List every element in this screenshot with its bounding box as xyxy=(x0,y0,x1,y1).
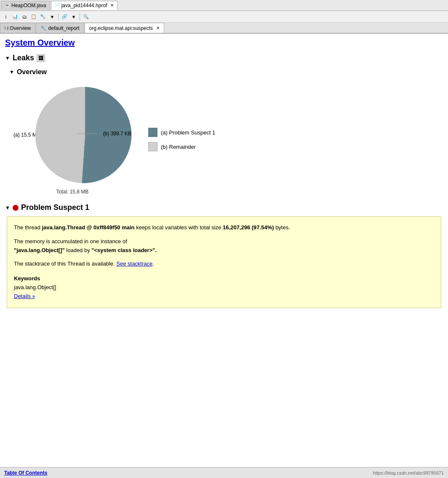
leaks-image-icon: 🖼 xyxy=(37,54,45,62)
toolbar-separator-1 xyxy=(58,13,59,20)
legend-item-b: (b) Remainder xyxy=(148,142,215,151)
legend-item-a: (a) Problem Suspect 1 xyxy=(148,128,215,137)
tab-suspects-label: org.eclipse.mat.api:suspects xyxy=(89,25,153,31)
suspect-paragraph-2: The memory is accumulated in one instanc… xyxy=(14,237,434,255)
pie-chart-wrap: (a) 15.5 MB (b) 399.7 KB xyxy=(13,84,131,195)
suspect-p1-end: bytes. xyxy=(274,224,290,231)
tab-hprof-label: java_pid14444.hprof xyxy=(61,3,107,8)
pie-line-b xyxy=(77,131,102,136)
file-tab-bar: ☕ HeapOOM.java 📄 java_pid14444.hprof ✕ xyxy=(0,0,448,11)
legend-swatch-a xyxy=(148,128,157,137)
suspect-p1-bold: java.lang.Thread @ 0xff849f50 main xyxy=(42,224,135,231)
dropdown2-button[interactable]: ▼ xyxy=(69,13,78,21)
legend-label-a: (a) Problem Suspect 1 xyxy=(161,129,215,136)
close-suspects-icon[interactable]: ✕ xyxy=(156,26,160,30)
tab-hprof[interactable]: 📄 java_pid14444.hprof ✕ xyxy=(51,1,118,10)
search-button[interactable]: 🔍 xyxy=(82,13,90,21)
keyword-1: java.lang.Object[] xyxy=(14,283,434,292)
tab-heapoom[interactable]: ☕ HeapOOM.java xyxy=(1,1,50,10)
suspect-error-icon xyxy=(13,205,19,211)
toolbar-separator-2 xyxy=(80,13,80,20)
main-toolbar: i 📊 🗂 📋 🔧 ▼ 🔗 ▼ 🔍 xyxy=(0,11,448,23)
suspect-label: Problem Suspect 1 xyxy=(21,203,89,212)
suspect-paragraph-1: The thread java.lang.Thread @ 0xff849f50… xyxy=(14,223,434,232)
suspect-p3-post: "<system class loader>". xyxy=(91,247,157,253)
tab-overview-label: i Overview xyxy=(7,25,31,31)
leaks-label: Leaks xyxy=(13,54,34,62)
leaks-section-header: ▼ Leaks 🖼 xyxy=(5,54,443,62)
suspect-p2: The memory is accumulated in one instanc… xyxy=(14,238,127,244)
legend-label-b: (b) Remainder xyxy=(161,144,196,150)
details-link[interactable]: Details » xyxy=(14,293,35,299)
close-hprof-icon[interactable]: ✕ xyxy=(110,3,114,8)
suspect-p1-pre: The thread xyxy=(14,224,42,231)
editor-tab-bar: i i Overview 🔧 default_report org.eclips… xyxy=(0,23,448,34)
chart-area: (a) 15.5 MB (b) 399.7 KB xyxy=(13,84,443,195)
chart-button[interactable]: 📊 xyxy=(11,13,19,21)
suspect-p3-pre: "java.lang.Object[]" xyxy=(14,247,65,253)
tab-overview[interactable]: i i Overview xyxy=(0,23,35,33)
overview-section-header: ▼ Overview xyxy=(9,68,443,76)
pie-label-b: (b) 399.7 KB xyxy=(77,131,131,137)
overview-label: Overview xyxy=(17,68,47,76)
suspect-box: The thread java.lang.Thread @ 0xff849f50… xyxy=(7,216,441,308)
pie-container: (a) 15.5 MB (b) 399.7 KB xyxy=(13,84,131,185)
keywords-section: Keywords java.lang.Object[] Details » xyxy=(14,274,434,301)
tab-heapoom-label: HeapOOM.java xyxy=(11,3,46,8)
hprof-icon: 📄 xyxy=(55,3,60,8)
leaks-collapse-icon[interactable]: ▼ xyxy=(5,55,10,61)
keywords-title: Keywords xyxy=(14,274,434,283)
legend-swatch-b xyxy=(148,142,157,151)
link-button[interactable]: 🔗 xyxy=(60,13,69,21)
tab-default-report-label: 🔧 default_report xyxy=(40,25,79,31)
chart-legend: (a) Problem Suspect 1 (b) Remainder xyxy=(148,128,215,151)
see-stacktrace-link[interactable]: See stacktrace xyxy=(116,260,152,267)
page-title[interactable]: System Overview xyxy=(5,38,443,48)
overview-icon: i xyxy=(5,26,5,30)
main-content: System Overview ▼ Leaks 🖼 ▼ Overview (a)… xyxy=(0,34,448,413)
suspect-p4-end: . xyxy=(152,260,154,267)
settings-button[interactable]: 🔧 xyxy=(39,13,47,21)
suspect-p3-mid: loaded by xyxy=(65,247,92,253)
dropdown1-button[interactable]: ▼ xyxy=(48,13,56,21)
problem-suspect-header: ▼ Problem Suspect 1 xyxy=(5,203,443,212)
suspect-p1-size: 16,207,296 (97.54%) xyxy=(223,224,274,231)
overview-collapse-icon[interactable]: ▼ xyxy=(9,69,14,75)
table-button[interactable]: 📋 xyxy=(29,13,38,21)
pie-total-label: Total: 15.8 MB xyxy=(56,189,89,195)
tab-suspects[interactable]: org.eclipse.mat.api:suspects ✕ xyxy=(85,23,164,33)
copy-button[interactable]: 🗂 xyxy=(20,13,29,21)
tab-default-report[interactable]: 🔧 default_report xyxy=(36,23,84,33)
suspect-paragraph-4: The stacktrace of this Thread is availab… xyxy=(14,260,434,269)
info-button[interactable]: i xyxy=(2,13,10,21)
suspect-p4-pre: The stacktrace of this Thread is availab… xyxy=(14,260,116,267)
suspect-collapse-icon[interactable]: ▼ xyxy=(5,205,10,211)
java-icon: ☕ xyxy=(5,3,10,8)
suspect-p1-post: keeps local variables with total size xyxy=(135,224,223,231)
